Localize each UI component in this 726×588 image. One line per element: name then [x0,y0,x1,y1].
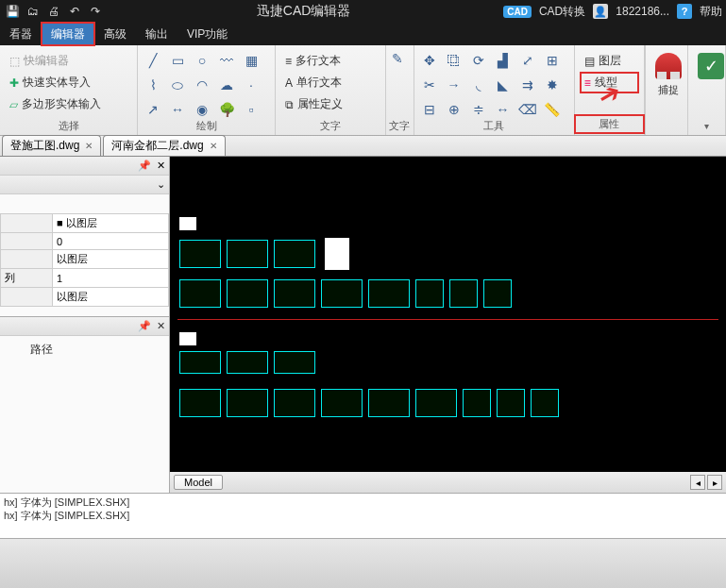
ellipse-icon[interactable]: ⬭ [168,76,187,94]
align-icon[interactable]: ≑ [469,100,488,119]
drawing-thumb [227,389,268,417]
hatch-icon[interactable]: ▦ [242,51,261,70]
redo-icon[interactable]: ↷ [87,3,104,20]
user-name[interactable]: 1822186... [616,5,669,18]
attr-def-button[interactable]: ⧉ 属性定义 [281,94,380,114]
help-link[interactable]: 帮助 [700,4,722,20]
copy-icon[interactable]: ⿻ [445,51,464,70]
drawing-thumb [483,279,512,308]
user-icon[interactable]: 👤 [593,4,608,19]
canvas-area: Model ◂ ▸ [170,157,726,493]
cursor-icon: ⬚ [9,55,20,68]
snap-button[interactable]: 捕捉 [651,47,685,97]
trim-icon[interactable]: ✂ [420,76,439,94]
offset-icon[interactable]: ⇉ [518,76,537,94]
point-icon[interactable]: ∙ [242,76,261,94]
cad-convert-link[interactable]: CAD转换 [539,4,585,20]
drawing-thumb [179,279,221,308]
drawing-thumb [227,279,268,308]
donut-icon[interactable]: ◉ [193,100,211,119]
tree-icon[interactable]: 🌳 [217,100,236,119]
close-icon[interactable]: ✕ [157,160,165,172]
group-label-attrs: 属性 [575,115,644,133]
drawing-thumb [321,389,363,417]
drawing-thumb [274,351,315,374]
textedit-icon[interactable]: ✎ [392,51,408,66]
extend-icon[interactable]: → [445,76,464,94]
singleline-text-button[interactable]: A 单行文本 [281,73,380,92]
rotate-icon[interactable]: ⟳ [469,51,488,70]
group-label-tools: 工具 [414,119,574,133]
multiline-text-button[interactable]: ≡ 多行文本 [281,51,380,71]
drawing-canvas[interactable] [170,157,726,472]
close-icon[interactable]: ✕ [85,141,93,151]
panel-header: 📌 ✕ [0,317,169,336]
chamfer-icon[interactable]: ◣ [494,76,513,94]
drawing-thumb [179,332,196,345]
tab-prev-icon[interactable]: ◂ [690,475,705,490]
table-row: 列1 [1,269,169,288]
dropdown-icon[interactable]: ▾ [688,121,725,131]
drawing-thumb [179,351,221,374]
file-tab-0[interactable]: 登施工图.dwg ✕ [2,135,101,156]
fillet-icon[interactable]: ◟ [469,76,488,94]
tab-next-icon[interactable]: ▸ [707,475,722,490]
polygon-input-button[interactable]: ▱ 多边形实体输入 [6,94,131,114]
drawing-thumb [415,389,457,417]
file-tab-1[interactable]: 河南金都二层.dwg ✕ [103,135,225,156]
close-icon[interactable]: ✕ [157,320,165,332]
confirm-button[interactable]: ✓ [694,47,726,81]
group-label-select: 选择 [0,119,137,133]
model-tab[interactable]: Model [174,475,223,490]
tab-viewer[interactable]: 看器 [0,23,42,45]
tab-vip[interactable]: VIP功能 [177,23,237,45]
stretch-icon[interactable]: ↔ [494,100,513,119]
rect-icon[interactable]: ▭ [168,51,187,70]
polygon-icon: ▱ [9,98,18,111]
linetype-button[interactable]: ≡ 线型 [581,73,638,92]
arc-icon[interactable]: ◠ [193,76,211,94]
drawing-thumb [497,389,525,417]
polyline-icon[interactable]: ⌇ [144,76,162,94]
block-icon[interactable]: ▫ [242,100,261,119]
measure-icon[interactable]: 📏 [543,100,562,119]
pin-icon[interactable]: 📌 [138,320,151,332]
ray-icon[interactable]: ↗ [144,100,162,119]
scale-icon[interactable]: ⤢ [518,51,537,70]
array-icon[interactable]: ⊞ [543,51,562,70]
layer-button[interactable]: ▤ 图层 [581,51,638,71]
xline-icon[interactable]: ↔ [168,100,187,119]
pin-icon[interactable]: 📌 [138,160,151,172]
chevron-down-icon[interactable]: ⌄ [157,178,165,191]
save-icon[interactable]: 💾 [4,3,21,20]
line-icon[interactable]: ╱ [144,51,162,70]
join-icon[interactable]: ⊕ [445,100,464,119]
mirror-icon[interactable]: ▟ [494,51,513,70]
group-label-text: 文字 [276,119,385,133]
close-icon[interactable]: ✕ [210,141,217,151]
tab-editor[interactable]: 编辑器 [42,23,94,45]
move-icon[interactable]: ✥ [420,51,439,70]
erase-icon[interactable]: ⌫ [518,100,537,119]
saveall-icon[interactable]: 🗂 [25,3,42,20]
drawing-thumb [227,240,268,268]
fast-import-button[interactable]: ✚ 快速实体导入 [6,73,131,92]
circle-icon[interactable]: ○ [193,51,211,70]
spline-icon[interactable]: 〰 [217,51,236,70]
tab-advanced[interactable]: 高级 [94,23,136,45]
cmd-output-line: hx] 字体为 [SIMPLEX.SHX] [4,496,722,509]
tab-output[interactable]: 输出 [136,23,177,45]
file-tabstrip: 登施工图.dwg ✕ 河南金都二层.dwg ✕ [0,136,726,157]
explode-icon[interactable]: ✸ [543,76,562,94]
ribbon: ⬚ 快编辑器 ✚ 快速实体导入 ▱ 多边形实体输入 选择 ╱ ▭ ○ 〰 ▦ ⌇… [0,45,726,136]
break-icon[interactable]: ⊟ [420,100,439,119]
undo-icon[interactable]: ↶ [66,3,83,20]
print-icon[interactable]: 🖨 [45,3,62,20]
cloud-icon[interactable]: ☁ [217,76,236,94]
ribbon-group-textmod: ✎ 文字 [386,45,414,135]
command-line[interactable]: hx] 字体为 [SIMPLEX.SHX] hx] 字体为 [SIMPLEX.S… [0,493,726,538]
help-icon[interactable]: ? [677,4,692,19]
quick-edit-button[interactable]: ⬚ 快编辑器 [6,51,131,71]
quick-access-toolbar: 💾 🗂 🖨 ↶ ↷ [4,3,104,20]
group-label-draw: 绘制 [138,119,275,133]
